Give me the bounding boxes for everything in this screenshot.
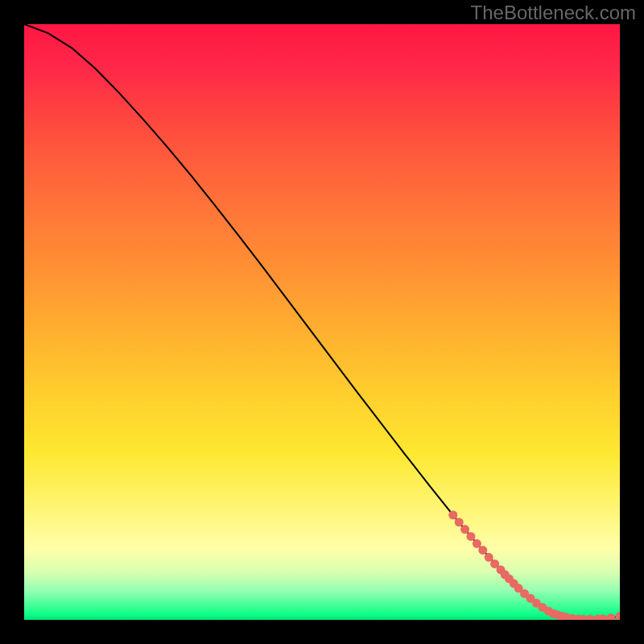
watermark-text: TheBottleneck.com [471, 2, 636, 24]
data-marker [473, 539, 481, 548]
data-marker [460, 525, 469, 534]
plot-area [24, 24, 620, 620]
bottleneck-curve-path [24, 24, 620, 619]
data-marker [478, 546, 487, 555]
data-marker [467, 532, 476, 541]
bottleneck-curve-svg [24, 24, 620, 620]
data-marker [448, 510, 457, 519]
data-marker [485, 553, 493, 562]
data-marker [586, 615, 595, 620]
data-marker [599, 614, 608, 620]
data-marker [455, 518, 464, 526]
chart-container: TheBottleneck.com [0, 0, 644, 644]
data-marker [606, 613, 615, 620]
data-marker [616, 612, 621, 620]
